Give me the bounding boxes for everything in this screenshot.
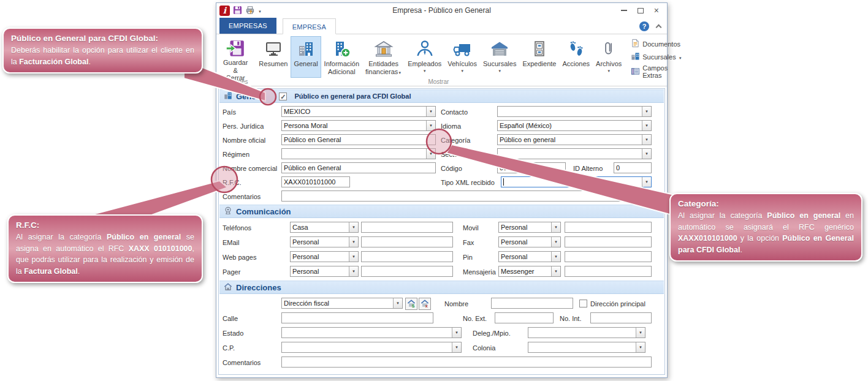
documentos-button[interactable]: Documentos <box>631 39 682 49</box>
pin-input[interactable] <box>565 251 652 262</box>
app-window: i Empresa - Público en General × EMPRESA… <box>216 2 668 378</box>
minimize-button[interactable] <box>621 10 627 11</box>
dropdown-arrow-icon[interactable] <box>349 237 358 247</box>
tab-empresas[interactable]: EMPRESAS <box>219 18 276 34</box>
rfc-input[interactable] <box>281 176 350 187</box>
maximize-button[interactable] <box>638 8 644 13</box>
monitor-icon <box>264 38 283 60</box>
telefonos-tipo-combo[interactable]: Casa <box>290 222 359 233</box>
dropdown-arrow-icon[interactable] <box>636 342 645 352</box>
tab-empresa[interactable]: EMPRESA <box>283 18 336 34</box>
save-icon[interactable] <box>233 6 242 16</box>
empleados-button[interactable]: Empleados <box>405 36 444 78</box>
movil-tipo-combo[interactable]: Personal <box>498 222 561 233</box>
no-int-input[interactable] <box>590 312 652 323</box>
nombre-comercial-input[interactable] <box>281 162 436 173</box>
print-icon[interactable] <box>245 6 255 16</box>
contacto-combo[interactable] <box>497 106 652 117</box>
collapse-ribbon-icon[interactable] <box>656 25 662 31</box>
pais-combo[interactable]: MEXICO <box>281 106 436 117</box>
callout-title: Categoría: <box>678 199 854 208</box>
dropdown-arrow-icon[interactable] <box>426 149 435 159</box>
mensajeria-input[interactable] <box>565 266 652 277</box>
categoria-combo[interactable]: Público en general <box>497 134 652 145</box>
web-pages-tipo-combo[interactable]: Personal <box>290 251 359 262</box>
dropdown-arrow-icon[interactable] <box>642 121 651 130</box>
resumen-button[interactable]: Resumen <box>256 36 291 78</box>
deleg-combo[interactable] <box>528 327 645 338</box>
tipo-xml-combo[interactable] <box>501 176 652 187</box>
informacion-adicional-button[interactable]: Información Adicional <box>321 36 362 78</box>
delete-address-button[interactable]: x <box>419 298 431 310</box>
email-tipo-combo[interactable]: Personal <box>290 236 359 247</box>
dropdown-arrow-icon[interactable] <box>349 252 358 262</box>
campos-extras-label: Campos Extras <box>642 64 682 79</box>
web-pages-input[interactable] <box>361 251 453 262</box>
close-button[interactable]: × <box>654 7 659 13</box>
telefonos-input[interactable] <box>361 222 453 233</box>
dropdown-arrow-icon[interactable] <box>426 107 435 116</box>
nombre-oficial-input[interactable] <box>281 134 436 145</box>
general-button[interactable]: General <box>291 36 321 78</box>
dropdown-arrow-icon[interactable] <box>551 237 560 247</box>
expediente-button[interactable]: Expediente <box>519 36 559 78</box>
copy-address-button[interactable]: S <box>405 298 417 310</box>
campos-extras-button[interactable]: Campos Extras <box>631 64 682 79</box>
dropdown-arrow-icon[interactable] <box>452 342 461 352</box>
fax-tipo-combo[interactable]: Personal <box>498 236 561 247</box>
pin-tipo-combo[interactable]: Personal <box>498 251 561 262</box>
fax-input[interactable] <box>565 236 652 247</box>
movil-input[interactable] <box>565 222 652 233</box>
help-icon[interactable]: ? <box>639 21 649 31</box>
guardar-cerrar-button[interactable]: Guardar & Cerrar <box>220 36 251 78</box>
sector-combo[interactable] <box>497 148 652 159</box>
dropdown-arrow-icon[interactable] <box>551 222 560 232</box>
callout-rfc: R.F.C: Al asignar la categoría Público e… <box>7 214 203 283</box>
no-ext-input[interactable] <box>495 312 554 323</box>
pager-input[interactable] <box>361 266 453 277</box>
pers-juridica-combo[interactable]: Persona Moral <box>281 120 436 131</box>
comentarios-direccion-label: Comentarios <box>223 359 261 366</box>
comentarios-general-input[interactable] <box>281 190 652 202</box>
section-title-comunicacion: Comunicación <box>236 207 291 216</box>
dropdown-arrow-icon[interactable] <box>642 149 651 159</box>
dropdown-arrow-icon[interactable] <box>642 135 651 145</box>
dropdown-arrow-icon[interactable] <box>636 328 645 338</box>
dropdown-arrow-icon[interactable] <box>642 107 651 116</box>
comentarios-direccion-input[interactable] <box>281 356 652 368</box>
nombre-direccion-input[interactable] <box>491 298 573 309</box>
section-header-comunicacion: Comunicación <box>219 205 664 218</box>
pager-tipo-combo[interactable]: Personal <box>290 266 359 277</box>
direccion-principal-checkbox[interactable] <box>579 300 587 307</box>
estado-combo[interactable] <box>281 327 462 338</box>
mensajeria-tipo-combo[interactable]: Messenger <box>498 266 561 277</box>
email-input[interactable] <box>361 236 453 247</box>
vehiculos-button[interactable]: Vehículos <box>444 36 480 78</box>
dropdown-arrow-icon[interactable] <box>349 266 358 276</box>
dropdown-arrow-icon[interactable] <box>551 266 560 276</box>
regimen-combo[interactable] <box>281 148 436 159</box>
archivos-button[interactable]: Archivos <box>593 36 625 78</box>
calle-input[interactable] <box>281 312 433 323</box>
dropdown-arrow-icon[interactable] <box>452 328 461 338</box>
dropdown-arrow-icon[interactable] <box>551 252 560 262</box>
categoria-label: Categoría <box>441 137 470 144</box>
qat-dropdown-icon[interactable] <box>258 7 262 14</box>
entidades-financieras-button[interactable]: Entidades financieras <box>362 36 405 78</box>
sucursales-small-button[interactable]: Sucursales <box>631 51 682 62</box>
phone-icon <box>224 206 232 217</box>
colonia-combo[interactable] <box>528 342 645 353</box>
cfdi-global-checkbox[interactable] <box>279 92 287 100</box>
acciones-button[interactable]: Acciones <box>559 36 593 78</box>
dropdown-arrow-icon[interactable] <box>393 298 402 308</box>
ribbon-tab-row: EMPRESAS EMPRESA ? <box>216 18 667 34</box>
tipo-direccion-combo[interactable]: Dirección fiscal <box>281 298 403 309</box>
dropdown-arrow-icon[interactable] <box>426 121 435 130</box>
dropdown-arrow-icon[interactable] <box>642 177 651 187</box>
dropdown-arrow-icon[interactable] <box>349 222 358 232</box>
codigo-input[interactable] <box>497 162 566 173</box>
idioma-combo[interactable]: Español (México) <box>497 120 652 131</box>
cp-combo[interactable] <box>281 342 462 353</box>
id-alterno-input[interactable] <box>614 162 652 173</box>
sucursales-button[interactable]: Sucursales <box>480 36 519 78</box>
